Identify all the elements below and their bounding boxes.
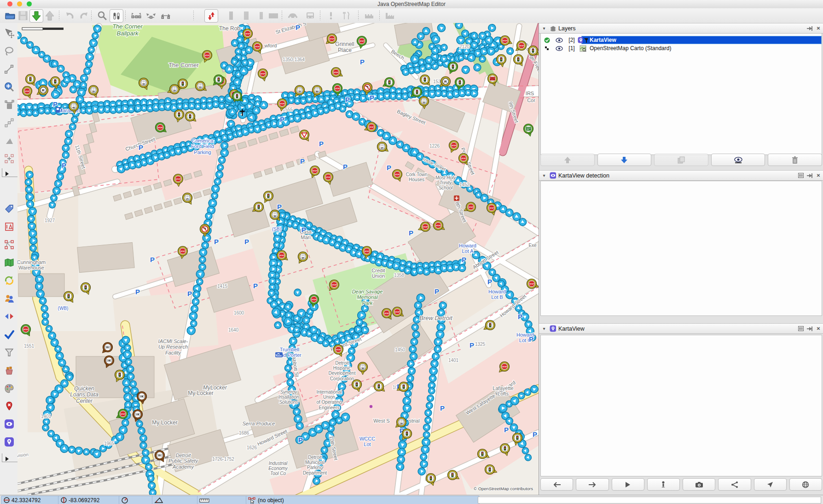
layer-show-hide-button[interactable] (711, 154, 765, 166)
draw-node-tool-button[interactable] (3, 63, 15, 75)
detach-panel-icon[interactable] (798, 326, 804, 332)
layer-visibility-icon[interactable] (553, 38, 566, 43)
map-label: 1450 (395, 347, 406, 352)
more-toggles-expander[interactable] (2, 453, 18, 462)
building[interactable] (77, 242, 134, 272)
svg-text:35: 35 (173, 89, 176, 92)
bus-button[interactable] (304, 9, 317, 22)
changeset-toggle-button[interactable] (3, 274, 15, 286)
preferences-button[interactable] (110, 9, 123, 23)
unglue-ways-button[interactable] (130, 9, 143, 22)
layer-row[interactable]: [1]OpenStreetMap Carto (Standard) (541, 44, 822, 52)
layer-active-icon[interactable] (541, 37, 553, 43)
basket-toggle-button[interactable] (3, 364, 15, 376)
layer-move-down-button[interactable] (597, 154, 652, 166)
layer-duplicate-button[interactable] (654, 154, 708, 166)
lasso-tool-button[interactable] (3, 45, 15, 57)
save-button[interactable] (17, 9, 29, 22)
map-label: West S (373, 418, 389, 424)
stick-panel-icon[interactable] (806, 326, 813, 332)
status-bar: 42.3324792 -83.0692792 (no object) (0, 495, 823, 504)
barrier-2-button[interactable] (240, 9, 253, 22)
kartaview-detection-toggle-button[interactable] (3, 418, 15, 430)
kartaview-toggle-button[interactable] (3, 435, 15, 448)
layer-edit-icon[interactable] (541, 46, 553, 52)
download-button[interactable] (29, 9, 43, 23)
zoom-tool-button[interactable] (3, 80, 15, 93)
svg-text:R: R (42, 88, 45, 92)
merge-nodes-button[interactable] (145, 9, 157, 22)
barrier-3-button[interactable] (255, 9, 267, 22)
combine-ways-button[interactable] (159, 9, 172, 22)
improve-accuracy-tool-button[interactable] (3, 134, 15, 147)
paint-styles-toggle-button[interactable] (3, 382, 15, 394)
collapse-icon[interactable]: ▾ (541, 172, 547, 179)
object-name-readout: (no object) (246, 496, 480, 504)
collapse-icon[interactable]: ▾ (541, 25, 547, 32)
distribute-tool-button[interactable] (3, 116, 15, 129)
map-label: CreditUnion (371, 268, 385, 279)
map-view[interactable]: The CornerBallparkThe CornerThe RobSt El… (17, 23, 539, 495)
kv-share-button[interactable] (718, 478, 751, 491)
todo-toggle-button[interactable] (3, 400, 15, 412)
kv-play-button[interactable] (612, 478, 644, 491)
factory-button[interactable] (383, 9, 396, 22)
close-panel-icon[interactable]: ✕ (815, 326, 822, 332)
parking-symbol: P (370, 94, 374, 102)
layer-type-icon (578, 45, 588, 52)
map-label: Brew Detroit (419, 315, 453, 321)
layer-visibility-icon[interactable] (553, 46, 566, 51)
kv-web-button[interactable] (789, 478, 822, 491)
authors-toggle-button[interactable] (3, 292, 15, 304)
undo-button[interactable] (64, 9, 76, 22)
map-label: Cork TownHouses (406, 172, 427, 182)
car-button[interactable] (286, 9, 299, 22)
warning-button[interactable] (325, 9, 337, 22)
wall-button[interactable] (267, 9, 280, 22)
kv-direction-button[interactable] (754, 478, 787, 491)
select-tool-button[interactable] (3, 27, 15, 39)
layer-move-up-button[interactable] (540, 154, 595, 166)
svg-text:STOP: STOP (365, 251, 369, 252)
stick-panel-icon[interactable] (806, 25, 813, 32)
barrier-1-button[interactable] (225, 9, 238, 22)
kv-pegman-button[interactable] (647, 478, 680, 491)
delete-tool-button[interactable] (3, 98, 15, 111)
close-panel-icon[interactable]: ✕ (815, 172, 822, 179)
merge-tool-button[interactable] (3, 152, 15, 165)
layers-panel-header: ▾ Layers ✕ (539, 23, 823, 34)
open-button[interactable] (4, 9, 17, 22)
relations-toggle-button[interactable] (3, 238, 15, 251)
validator-toggle-button[interactable] (3, 328, 15, 340)
layer-row[interactable]: [2]KartaView (541, 36, 822, 44)
kartaview-panel: ▾ KartaView ✕ (539, 323, 823, 495)
kv-next-button[interactable] (576, 478, 609, 491)
kv-camera-button[interactable] (683, 478, 715, 491)
filter-toggle-button[interactable] (3, 346, 15, 358)
upload-button[interactable] (43, 9, 56, 22)
detach-panel-icon[interactable] (798, 172, 804, 179)
layers-panel-title: Layers (558, 25, 576, 32)
stick-panel-icon[interactable] (806, 172, 813, 179)
kv-previous-button[interactable] (540, 478, 573, 491)
conflict-toggle-button[interactable] (3, 310, 15, 322)
parking-symbol: P (277, 203, 282, 211)
svg-text:STOP: STOP (369, 126, 374, 128)
redo-button[interactable] (77, 9, 90, 22)
restaurant-button[interactable] (340, 9, 353, 22)
more-tools-expander[interactable] (2, 168, 18, 177)
selection-toggle-button[interactable] (3, 220, 15, 233)
svg-text:STOP: STOP (334, 72, 338, 74)
tags-toggle-button[interactable] (3, 202, 15, 215)
layers-list[interactable]: [2]KartaView[1]OpenStreetMap Carto (Stan… (540, 33, 822, 155)
map-label: SynergyInsallationSolutions (278, 389, 299, 405)
parking-symbol: P (409, 229, 413, 237)
collapse-icon[interactable]: ▾ (541, 326, 547, 332)
layer-delete-button[interactable] (768, 154, 822, 166)
castle-button[interactable] (363, 9, 376, 22)
close-panel-icon[interactable]: ✕ (815, 25, 822, 32)
map-styles-toggle-button[interactable] (3, 256, 15, 269)
reverse-ways-button[interactable] (204, 9, 218, 23)
svg-text:25: 25 (186, 198, 189, 200)
search-button[interactable] (96, 9, 109, 22)
